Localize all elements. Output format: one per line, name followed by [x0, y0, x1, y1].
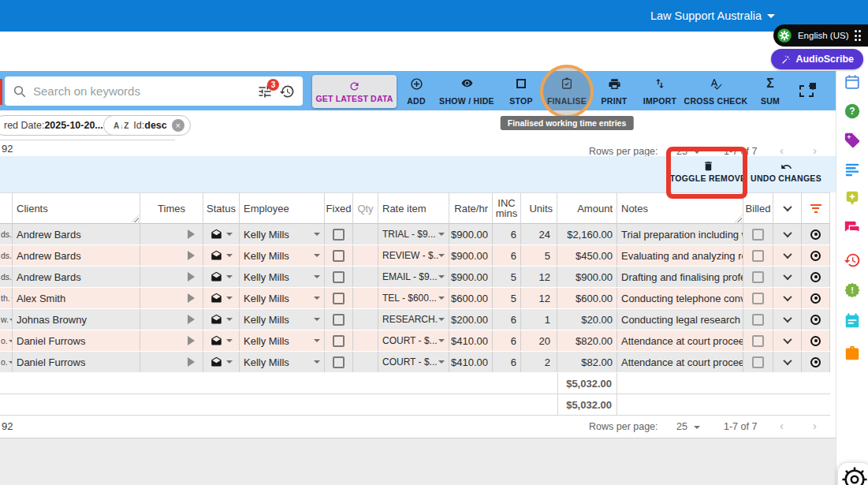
focus-cell[interactable] [802, 352, 830, 372]
expand-cell[interactable] [773, 267, 802, 287]
billed-checkbox[interactable] [752, 314, 764, 326]
rate-item-cell[interactable]: COURT - $... [378, 330, 449, 351]
search-box[interactable]: 3 [5, 76, 303, 106]
rate-item-cell[interactable]: REVIEW - $... [378, 245, 449, 266]
expand-cell[interactable] [773, 309, 802, 330]
status-cell[interactable] [203, 245, 240, 266]
import-button[interactable]: IMPORT [638, 77, 682, 106]
undo-changes-button[interactable]: UNDO CHANGES [744, 161, 828, 183]
toggle-remove-button[interactable]: TOGGLE REMOVE [669, 159, 747, 183]
inc-mins-cell[interactable]: 6 [493, 224, 521, 244]
play-icon[interactable] [188, 251, 195, 260]
status-cell[interactable] [203, 309, 240, 330]
fixed-checkbox[interactable] [333, 335, 345, 347]
pin-star-icon[interactable] [844, 190, 861, 207]
notes-cell[interactable]: Evaluating and analyzing receiv [617, 245, 743, 266]
times-cell[interactable] [140, 267, 203, 287]
fixed-checkbox[interactable] [333, 356, 345, 368]
header-qty[interactable]: Qty [353, 192, 378, 224]
times-cell[interactable] [140, 352, 203, 372]
rows-per-page-value-bottom[interactable]: 25 [676, 421, 687, 432]
show-hide-button[interactable]: SHOW / HIDE [434, 77, 500, 106]
status-cell[interactable] [203, 330, 240, 351]
inc-mins-cell[interactable]: 6 [493, 330, 521, 351]
sum-button[interactable]: Σ SUM [754, 77, 787, 106]
header-units[interactable]: Units [521, 192, 557, 224]
play-icon[interactable] [188, 336, 195, 345]
play-icon[interactable] [188, 315, 195, 324]
planner-icon[interactable] [844, 312, 861, 330]
filter-chip-sort[interactable]: A↓Z Id:desc × [103, 115, 191, 136]
apps-grid-icon[interactable] [855, 30, 862, 41]
header-filter[interactable] [802, 192, 830, 224]
resize-handle-icon[interactable] [735, 215, 742, 222]
rate-item-cell[interactable]: TEL - $600... [378, 288, 449, 308]
units-cell[interactable]: 24 [521, 224, 557, 244]
focus-cell[interactable] [802, 267, 830, 287]
help-icon[interactable]: ? [844, 103, 861, 120]
inc-mins-cell[interactable]: 6 [493, 309, 521, 330]
inc-mins-cell[interactable]: 5 [493, 267, 521, 287]
units-cell[interactable]: 20 [521, 330, 557, 351]
units-cell[interactable]: 12 [521, 288, 557, 308]
rate-hr-cell[interactable]: $410.00 [449, 330, 493, 351]
expand-cell[interactable] [773, 288, 802, 308]
file-ref-cell[interactable]: w. [0, 309, 13, 330]
get-latest-data-button[interactable]: GET LATEST DATA [312, 75, 397, 108]
play-icon[interactable] [188, 229, 195, 239]
billed-checkbox[interactable] [752, 250, 764, 262]
expand-cell[interactable] [773, 352, 802, 372]
cross-check-button[interactable]: CROSS CHECK [680, 77, 752, 106]
print-button[interactable]: PRINT [596, 77, 632, 106]
employee-cell[interactable]: Kelly Mills [240, 245, 325, 266]
units-cell[interactable]: 2 [521, 352, 557, 372]
chat-icon[interactable] [844, 219, 861, 237]
header-clients[interactable]: Clients [13, 192, 140, 224]
times-cell[interactable] [140, 224, 203, 244]
billed-checkbox[interactable] [752, 335, 764, 347]
status-cell[interactable] [203, 267, 240, 287]
play-icon[interactable] [188, 357, 195, 367]
prev-page-button-bottom[interactable]: ‹ [780, 419, 784, 432]
billed-checkbox[interactable] [752, 229, 764, 241]
notes-cell[interactable]: Trial preparation including witne [617, 224, 743, 244]
briefcase-icon[interactable] [844, 345, 861, 362]
fixed-checkbox[interactable] [333, 314, 345, 326]
rate-hr-cell[interactable]: $600.00 [449, 288, 493, 308]
search-input[interactable] [33, 84, 251, 98]
finalise-button[interactable]: FINALISE [538, 77, 596, 106]
multi-select-icon[interactable] [799, 85, 814, 97]
header-times[interactable]: Times [140, 192, 203, 224]
focus-cell[interactable] [802, 330, 830, 351]
rate-item-cell[interactable]: EMAIL - $9... [378, 267, 449, 287]
filter-sliders-icon[interactable]: 3 [257, 84, 273, 99]
history-icon[interactable] [279, 84, 295, 99]
tag-icon[interactable]: + [844, 132, 861, 149]
inc-mins-cell[interactable]: 5 [493, 288, 521, 308]
times-cell[interactable] [140, 330, 203, 351]
inc-mins-cell[interactable]: 6 [493, 245, 521, 266]
next-page-button-bottom[interactable]: › [813, 419, 817, 432]
history-icon[interactable] [844, 252, 861, 269]
header-notes[interactable]: Notes [617, 192, 743, 224]
expand-cell[interactable] [773, 224, 802, 244]
employee-cell[interactable]: Kelly Mills [240, 330, 325, 351]
header-billed[interactable]: Billed [743, 192, 773, 224]
resize-handle-icon[interactable] [132, 215, 139, 222]
calendar-icon[interactable] [844, 73, 861, 91]
billed-checkbox[interactable] [752, 271, 764, 283]
header-employee[interactable]: Employee [240, 192, 325, 224]
notes-cell[interactable]: Attendance at court proceeding [617, 352, 743, 372]
rate-item-cell[interactable]: RESEARCH... [378, 309, 449, 330]
accessibility-widget[interactable] [838, 463, 868, 485]
header-status[interactable]: Status [203, 192, 240, 224]
file-ref-cell[interactable]: ds. [0, 224, 13, 244]
play-icon[interactable] [188, 272, 195, 282]
notes-cell[interactable]: Conducting legal research on re [617, 309, 743, 330]
header-inc-mins[interactable]: INC mins [493, 192, 521, 224]
employee-cell[interactable]: Kelly Mills [240, 352, 325, 372]
file-ref-cell[interactable]: o. [0, 352, 13, 372]
file-ref-cell[interactable]: th. [0, 288, 13, 308]
status-cell[interactable] [203, 224, 240, 244]
file-ref-cell[interactable]: ds. [0, 267, 13, 287]
